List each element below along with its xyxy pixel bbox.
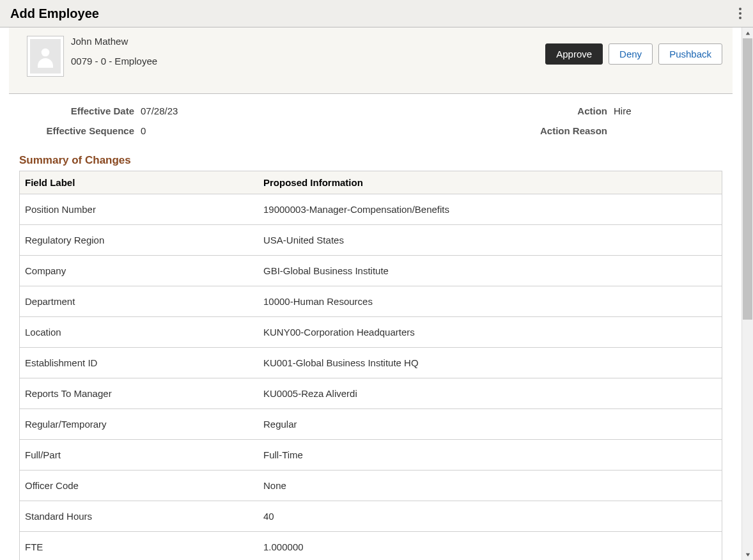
effective-sequence-value: 0 (141, 125, 146, 136)
cell-field-label: Reports To Manager (20, 378, 258, 409)
cell-field-label: Regular/Temporary (20, 409, 258, 440)
effective-sequence-label: Effective Sequence (19, 125, 134, 136)
cell-proposed-info: None (258, 471, 722, 501)
action-value: Hire (614, 105, 632, 116)
approve-button[interactable]: Approve (545, 43, 603, 65)
scroll-down-arrow-icon[interactable] (743, 549, 752, 560)
cell-proposed-info: 10000-Human Resources (258, 286, 722, 317)
section-title: Summary of Changes (19, 154, 722, 167)
cell-field-label: Position Number (20, 194, 258, 225)
page-title: Add Employee (10, 6, 99, 21)
cell-proposed-info: KU0005-Reza Aliverdi (258, 378, 722, 409)
col-field-label: Field Label (20, 171, 258, 194)
cell-field-label: FTE (20, 532, 258, 561)
employee-name: John Mathew (71, 36, 157, 47)
table-row: Position Number19000003-Manager-Compensa… (20, 194, 722, 225)
effective-date-label: Effective Date (19, 105, 134, 116)
summary-table: Field Label Proposed Information Positio… (19, 171, 722, 560)
cell-field-label: Establishment ID (20, 348, 258, 378)
scroll-track[interactable] (743, 38, 752, 549)
deny-button[interactable]: Deny (609, 43, 653, 65)
cell-field-label: Full/Part (20, 440, 258, 471)
kebab-menu-icon[interactable] (734, 4, 747, 22)
employee-header-card: John Mathew 0079 - 0 - Employee Approve … (9, 27, 733, 94)
avatar (27, 36, 64, 77)
employee-subline: 0079 - 0 - Employee (71, 56, 157, 66)
table-row: Officer CodeNone (20, 471, 722, 501)
table-row: FTE1.000000 (20, 532, 722, 561)
cell-field-label: Location (20, 317, 258, 348)
table-row: LocationKUNY00-Corporation Headquarters (20, 317, 722, 348)
action-label: Action (384, 105, 607, 116)
table-row: Regulatory RegionUSA-United States (20, 225, 722, 256)
effective-date-value: 07/28/23 (141, 105, 178, 116)
cell-proposed-info: 19000003-Manager-Compensation/Benefits (258, 194, 722, 225)
cell-proposed-info: KU001-Global Business Institute HQ (258, 348, 722, 378)
meta-grid: Effective Date 07/28/23 Action Hire Effe… (9, 94, 733, 139)
table-row: Department10000-Human Resources (20, 286, 722, 317)
cell-field-label: Regulatory Region (20, 225, 258, 256)
scroll-thumb[interactable] (743, 38, 752, 320)
action-reason-label: Action Reason (384, 125, 607, 136)
svg-point-0 (42, 49, 50, 57)
table-row: Regular/TemporaryRegular (20, 409, 722, 440)
pushback-button[interactable]: Pushback (658, 43, 722, 65)
cell-field-label: Company (20, 256, 258, 286)
title-bar: Add Employee (0, 0, 753, 27)
cell-field-label: Standard Hours (20, 501, 258, 532)
table-row: Establishment IDKU001-Global Business In… (20, 348, 722, 378)
table-row: Full/PartFull-Time (20, 440, 722, 471)
cell-proposed-info: GBI-Global Business Institute (258, 256, 722, 286)
cell-field-label: Department (20, 286, 258, 317)
cell-proposed-info: KUNY00-Corporation Headquarters (258, 317, 722, 348)
table-row: CompanyGBI-Global Business Institute (20, 256, 722, 286)
vertical-scrollbar[interactable] (741, 27, 753, 560)
cell-proposed-info: USA-United States (258, 225, 722, 256)
table-row: Standard Hours40 (20, 501, 722, 532)
cell-proposed-info: Full-Time (258, 440, 722, 471)
person-icon (30, 39, 61, 74)
col-proposed-info: Proposed Information (258, 171, 722, 194)
cell-field-label: Officer Code (20, 471, 258, 501)
content-area: John Mathew 0079 - 0 - Employee Approve … (0, 27, 741, 560)
action-button-group: Approve Deny Pushback (545, 43, 722, 65)
cell-proposed-info: 1.000000 (258, 532, 722, 561)
cell-proposed-info: 40 (258, 501, 722, 532)
scroll-up-arrow-icon[interactable] (743, 27, 752, 38)
cell-proposed-info: Regular (258, 409, 722, 440)
table-row: Reports To ManagerKU0005-Reza Aliverdi (20, 378, 722, 409)
